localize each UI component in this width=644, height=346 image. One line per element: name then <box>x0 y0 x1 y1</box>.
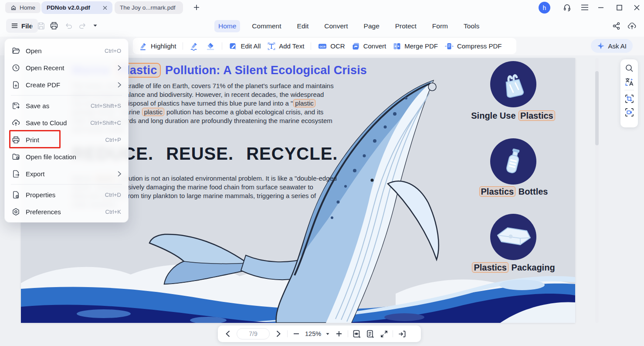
search-highlight: Plastics <box>472 262 508 273</box>
document-tab-label: PDNob v2.0.pdf <box>47 4 90 11</box>
redo-icon[interactable] <box>77 21 88 31</box>
ai-sparkle-icon <box>597 42 605 50</box>
divider <box>11 184 122 185</box>
translate-icon[interactable] <box>624 76 634 87</box>
new-tab-button[interactable] <box>191 2 202 13</box>
menu-item-create-pdf[interactable]: Create PDF <box>5 76 128 93</box>
compress-pdf-tool[interactable]: Compress PDF <box>444 42 502 51</box>
vertical-scrollbar[interactable] <box>595 58 599 323</box>
menu-item-open-file-location[interactable]: Open file location <box>5 148 128 165</box>
merge-pdf-tool[interactable]: Merge PDF <box>393 42 438 51</box>
maximize-button[interactable] <box>614 3 624 12</box>
pdf-editor-window: Home PDNob v2.0.pdf The Joy o...rmark.pd… <box>0 0 644 346</box>
ask-ai-button[interactable]: Ask AI <box>591 39 633 53</box>
document-tab-active[interactable]: PDNob v2.0.pdf <box>41 1 112 14</box>
zoom-dropdown-icon[interactable] <box>325 329 330 339</box>
search-icon[interactable] <box>624 63 634 73</box>
support-headset-icon[interactable] <box>562 3 572 12</box>
convert-label: Convert <box>363 42 386 50</box>
submenu-chevron-icon <box>118 82 121 88</box>
folder-location-icon <box>11 153 20 161</box>
file-menu-button[interactable]: File <box>6 19 38 33</box>
next-page-button[interactable] <box>274 329 283 339</box>
highlight-label: Highlight <box>151 42 176 50</box>
screenshot-crop-icon[interactable] <box>624 93 634 104</box>
open-side-panel-button[interactable] <box>397 329 407 339</box>
edit-all-label: Edit All <box>241 42 261 50</box>
user-avatar[interactable]: h <box>539 2 550 14</box>
document-tab-label: The Joy o...rmark.pdf <box>120 4 176 11</box>
search-highlight: Plastics <box>479 186 516 197</box>
screen-record-icon[interactable] <box>624 107 634 117</box>
menu-item-print[interactable]: Print Ctrl+P <box>5 131 128 148</box>
home-tab[interactable]: Home <box>5 2 41 13</box>
tab-tools[interactable]: Tools <box>460 20 483 32</box>
share-icon[interactable] <box>611 21 621 31</box>
printer-icon <box>11 136 20 144</box>
tab-edit[interactable]: Edit <box>293 20 313 32</box>
search-highlight: plastic <box>142 108 164 116</box>
save-icon[interactable] <box>36 21 46 31</box>
search-highlight: plastic <box>293 99 315 107</box>
zoom-in-button[interactable] <box>334 329 344 339</box>
preferences-gear-icon <box>11 208 20 216</box>
menu-item-open[interactable]: Open Ctrl+O <box>5 42 128 59</box>
menu-item-save-to-cloud[interactable]: Save to Cloud Ctrl+Shift+C <box>5 114 128 131</box>
file-menu-label: File <box>21 22 33 30</box>
home-tab-label: Home <box>20 4 35 11</box>
ribbon-card: Highlight Edit All <box>133 38 516 54</box>
add-text-label: Add Text <box>279 42 304 50</box>
menu-item-export[interactable]: Export <box>5 165 128 182</box>
previous-page-button[interactable] <box>223 329 233 339</box>
tab-close-icon[interactable] <box>103 6 107 10</box>
reading-mode-button[interactable] <box>366 329 375 339</box>
print-icon[interactable] <box>49 21 59 31</box>
category-label-packaging: Plastics Packaging <box>457 263 570 273</box>
minimize-button[interactable] <box>596 3 606 12</box>
convert-tool[interactable]: Convert <box>352 42 386 51</box>
menu-item-preferences[interactable]: Preferences Ctrl+K <box>5 203 128 220</box>
scrollbar-thumb[interactable] <box>595 71 599 145</box>
history-dropdown-icon[interactable] <box>90 21 100 31</box>
category-label-bottles: Plastics Bottles <box>457 187 570 197</box>
tab-protect[interactable]: Protect <box>391 20 420 32</box>
cloud-save-icon <box>11 119 20 127</box>
add-text-icon <box>267 42 276 51</box>
search-highlight: Plastics <box>519 110 555 121</box>
main-menu-icon[interactable] <box>580 3 590 12</box>
zoom-level-value[interactable]: 125% <box>305 330 321 337</box>
divider <box>222 42 222 50</box>
close-button[interactable] <box>632 3 641 12</box>
tab-page[interactable]: Page <box>360 20 383 32</box>
menu-item-properties[interactable]: Properties Ctrl+D <box>5 186 128 203</box>
edit-all-tool[interactable]: Edit All <box>229 42 261 51</box>
ocr-tool[interactable]: OCR OCR <box>318 42 345 51</box>
ask-ai-label: Ask AI <box>608 42 627 50</box>
cloud-upload-icon[interactable] <box>627 21 637 31</box>
squiggly-underline-tool[interactable] <box>190 42 199 51</box>
undo-icon[interactable] <box>63 21 74 31</box>
tab-comment[interactable]: Comment <box>248 20 285 32</box>
page-number-input[interactable] <box>237 328 270 339</box>
divider <box>11 95 122 96</box>
menu-item-open-recent[interactable]: Open Recent <box>5 59 128 76</box>
document-tab-inactive[interactable]: The Joy o...rmark.pdf <box>115 1 183 14</box>
strikeout-tool[interactable] <box>206 42 215 51</box>
fullscreen-button[interactable] <box>379 329 389 339</box>
tab-form[interactable]: Form <box>428 20 452 32</box>
tab-home[interactable]: Home <box>214 20 240 32</box>
svg-text:OCR: OCR <box>319 45 325 48</box>
highlight-tool[interactable]: Highlight <box>139 42 176 51</box>
eraser-icon <box>206 42 215 51</box>
zoom-out-button[interactable] <box>291 329 301 339</box>
divider <box>311 42 311 50</box>
submenu-chevron-icon <box>118 171 121 177</box>
menu-item-save-as[interactable]: Save as Ctrl+Shift+S <box>5 97 128 114</box>
submenu-chevron-icon <box>118 65 121 71</box>
add-text-tool[interactable]: Add Text <box>267 42 304 51</box>
tab-convert[interactable]: Convert <box>320 20 352 32</box>
menubar: File Home Comment Edit Convert Page Prot… <box>0 15 644 37</box>
file-info-icon <box>11 191 20 199</box>
edit-pencil-icon <box>229 42 237 51</box>
page-view-mode-button[interactable] <box>352 329 362 339</box>
